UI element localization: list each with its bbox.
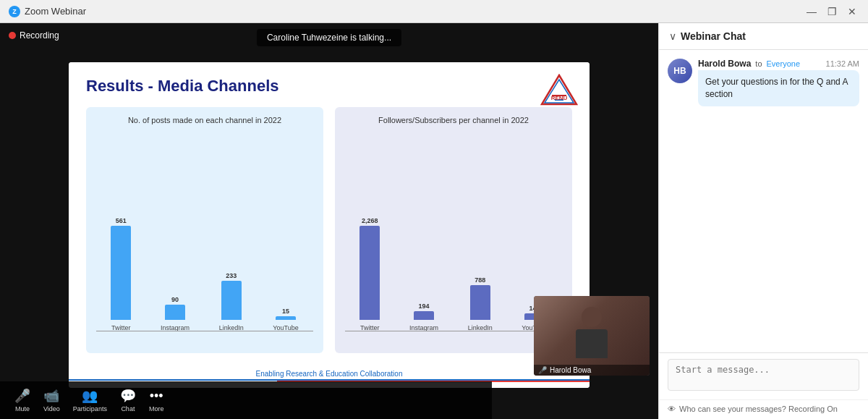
control-btn-group: 🎤 Mute 📹 Video 👥 Participants 💬 Chat ••• (10, 385, 168, 415)
chat-collapse-button[interactable]: ∨ (669, 30, 676, 42)
recording-dot-icon (9, 32, 16, 39)
participants-icon: 👥 (82, 388, 98, 404)
chart1-bars: 561 Twitter 90 Instagram 233 (96, 132, 313, 346)
bar2-twitter-bar (359, 226, 380, 320)
recording-label: Recording (20, 30, 59, 41)
chart2-bars: 2,268 Twitter 194 Instagram 788 (345, 132, 562, 346)
chat-messages: HB Harold Bowa to Everyone 11:32 AM Get … (659, 50, 868, 352)
bar-youtube: 15 YouTube (273, 308, 298, 331)
bar2-twitter: 2,268 Twitter (359, 217, 380, 331)
zoom-logo-icon: Z (9, 6, 20, 17)
chat-header-left: ∨ Webinar Chat (669, 30, 746, 42)
chat-input[interactable] (668, 359, 859, 391)
chat-message: HB Harold Bowa to Everyone 11:32 AM Get … (668, 59, 859, 106)
message-audience: Everyone (767, 59, 800, 68)
main-content: Recording Caroline Tuhwezeine is talking… (0, 23, 868, 419)
bar-instagram: 90 Instagram (161, 296, 190, 331)
message-text: Get your questions in for the Q and A se… (705, 77, 848, 99)
close-button[interactable]: ✕ (845, 4, 859, 19)
recording-badge: Recording (9, 30, 59, 41)
video-button[interactable]: 📹 Video (39, 385, 64, 415)
bar-instagram-bar (165, 305, 185, 320)
chat-panel: ∨ Webinar Chat HB Harold Bowa to Everyon… (658, 23, 868, 419)
minimize-button[interactable]: — (804, 4, 819, 19)
bar-twitter-bar (111, 226, 131, 320)
footer-text: Enabling Research & Education Collaborat… (256, 370, 403, 378)
participant-name: Harold Bowa (550, 366, 591, 374)
more-icon: ••• (150, 389, 163, 404)
person-head (582, 307, 602, 327)
slide-content: RENU Results - Media Channels No. of pos… (69, 62, 590, 388)
chart1-title: No. of posts made on each channel in 202… (96, 116, 313, 124)
message-content: Harold Bowa to Everyone 11:32 AM Get you… (698, 59, 859, 106)
privacy-icon: 👁 (668, 405, 676, 413)
bar-linkedin-bar (221, 281, 242, 320)
mute-icon: 🎤 (14, 388, 30, 404)
participant-video: 🎤 Harold Bowa (534, 296, 650, 376)
participant-name-badge: 🎤 Harold Bowa (534, 365, 650, 376)
talking-indicator: Caroline Tuhwezeine is talking... (257, 29, 401, 46)
title-bar: Z Zoom Webinar — ❐ ✕ (0, 0, 868, 23)
participants-button[interactable]: 👥 Participants (69, 385, 111, 415)
maximize-button[interactable]: ❐ (825, 4, 839, 19)
muted-mic-icon: 🎤 (538, 366, 547, 374)
avatar: HB (668, 59, 692, 83)
message-to: to (755, 59, 762, 68)
video-area: Recording Caroline Tuhwezeine is talking… (0, 23, 658, 419)
message-bubble: Get your questions in for the Q and A se… (698, 70, 859, 106)
app-title: Zoom Webinar (25, 6, 86, 17)
bar2-linkedin-bar (470, 285, 490, 320)
charts-row: No. of posts made on each channel in 202… (86, 107, 572, 353)
message-meta: Harold Bowa to Everyone 11:32 AM (698, 59, 859, 69)
bottom-controls: 🎤 Mute 📹 Video 👥 Participants 💬 Chat ••• (0, 381, 492, 419)
bar-linkedin: 233 LinkedIn (219, 272, 244, 331)
bar2-linkedin: 788 LinkedIn (468, 276, 493, 331)
window-controls[interactable]: — ❐ ✕ (804, 4, 859, 19)
slide-container: RENU Results - Media Channels No. of pos… (69, 62, 590, 388)
chat-title: Webinar Chat (681, 30, 746, 42)
bar-twitter: 561 Twitter (111, 217, 131, 331)
participant-video-inner (534, 296, 650, 376)
renu-logo: RENU (540, 74, 578, 106)
bar2-instagram-bar (414, 311, 434, 320)
svg-text:RENU: RENU (551, 95, 568, 101)
more-button[interactable]: ••• More (145, 386, 169, 415)
chart-posts: No. of posts made on each channel in 202… (86, 107, 323, 353)
video-icon: 📹 (43, 388, 59, 404)
chart1-baseline (96, 331, 313, 331)
chart2-title: Followers/Subscribers per channel in 202… (345, 116, 562, 124)
mute-button[interactable]: 🎤 Mute (10, 385, 35, 415)
bar-youtube-bar (276, 316, 296, 320)
chat-footer-text: Who can see your messages? Recording On (679, 405, 838, 413)
message-time: 11:32 AM (826, 59, 859, 68)
slide-title: Results - Media Channels (86, 77, 572, 96)
person-body (576, 329, 608, 358)
chat-input-area[interactable] (659, 352, 868, 399)
chat-icon: 💬 (120, 388, 136, 404)
chat-button[interactable]: 💬 Chat (116, 385, 140, 415)
person-figure (570, 307, 613, 365)
chat-footer: 👁 Who can see your messages? Recording O… (659, 399, 868, 419)
bar2-instagram: 194 Instagram (409, 302, 438, 331)
chart2-baseline (345, 331, 562, 331)
titlebar-left: Z Zoom Webinar (9, 6, 86, 17)
chat-header: ∨ Webinar Chat (659, 23, 868, 50)
message-sender: Harold Bowa (698, 59, 751, 69)
